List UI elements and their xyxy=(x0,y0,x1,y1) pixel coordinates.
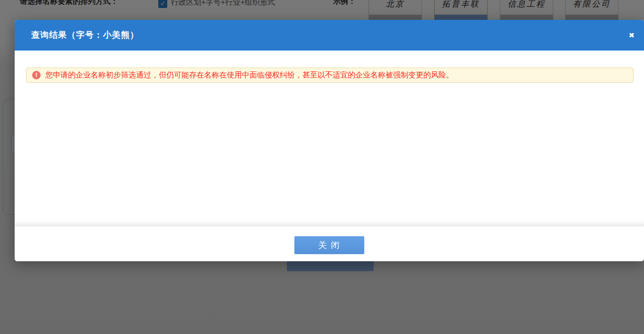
dialog-body: ! 您申请的企业名称初步筛选通过，但仍可能存在名称在使用中面临侵权纠纷，甚至以不… xyxy=(15,51,644,226)
dialog-header: 查询结果（字号：小美熊） ✖ xyxy=(15,20,644,51)
dialog-footer: 关 闭 xyxy=(15,226,644,261)
warning-alert: ! 您申请的企业名称初步筛选通过，但仍可能存在名称在使用中面临侵权纠纷，甚至以不… xyxy=(26,68,634,83)
close-button[interactable]: 关 闭 xyxy=(294,236,364,254)
close-icon[interactable]: ✖ xyxy=(628,20,635,51)
warning-message: 您申请的企业名称初步筛选通过，但仍可能存在名称在使用中面临侵权纠纷，甚至以不适宜… xyxy=(45,70,454,80)
query-result-dialog: 查询结果（字号：小美熊） ✖ ! 您申请的企业名称初步筛选通过，但仍可能存在名称… xyxy=(15,20,644,261)
exclamation-icon: ! xyxy=(32,71,41,79)
dialog-title: 查询结果（字号：小美熊） xyxy=(15,20,644,51)
